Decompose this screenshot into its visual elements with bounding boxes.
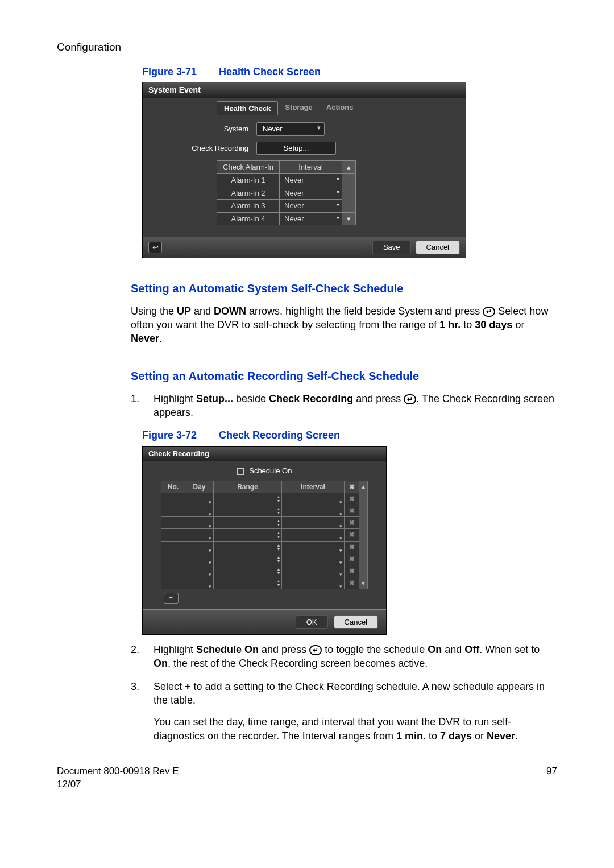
alarm-name: Alarm-In 3: [217, 200, 280, 213]
delete-icon[interactable]: ✖: [345, 493, 359, 505]
interval-dropdown[interactable]: [282, 553, 345, 565]
col-delete: ✖: [345, 481, 359, 493]
tab-health-check[interactable]: Health Check: [217, 101, 278, 116]
col-interval: Interval: [280, 161, 342, 174]
page-number: 97: [546, 765, 557, 791]
col-range: Range: [214, 481, 282, 493]
interval-dropdown[interactable]: [282, 517, 345, 529]
interval-dropdown[interactable]: [282, 541, 345, 553]
table-row: Alarm-In 2 Never: [217, 187, 356, 200]
col-no: No.: [161, 481, 185, 493]
step-number: 2.: [131, 643, 143, 671]
tab-storage[interactable]: Storage: [278, 101, 319, 115]
range-spinner[interactable]: [214, 517, 282, 529]
cancel-button[interactable]: Cancel: [334, 615, 378, 629]
table-row: ✖: [161, 493, 368, 505]
figure-number: Figure 3-72: [142, 428, 216, 442]
step-number: 3.: [131, 680, 143, 743]
table-row: ✖: [161, 517, 368, 529]
setup-button[interactable]: Setup...: [256, 142, 336, 155]
scroll-up-icon[interactable]: ▴: [359, 481, 368, 493]
day-dropdown[interactable]: [185, 541, 214, 553]
ok-button[interactable]: OK: [296, 615, 328, 629]
heading-system-self-check: Setting an Automatic System Self-Check S…: [131, 281, 557, 296]
page-footer: Document 800-00918 Rev E 12/07 97: [57, 760, 557, 791]
check-recording-screen: Check Recording Schedule On No. Day Rang…: [142, 446, 387, 635]
delete-icon[interactable]: ✖: [345, 541, 359, 553]
interval-dropdown[interactable]: [282, 505, 345, 517]
table-row: ✖: [161, 529, 368, 541]
interval-dropdown[interactable]: [282, 565, 345, 577]
section-header: Configuration: [57, 40, 557, 55]
range-spinner[interactable]: [214, 505, 282, 517]
doc-id: Document 800-00918 Rev E: [57, 765, 546, 778]
tab-actions[interactable]: Actions: [320, 101, 360, 115]
delete-icon[interactable]: ✖: [345, 565, 359, 577]
delete-icon[interactable]: ✖: [345, 529, 359, 541]
heading-recording-self-check: Setting an Automatic Recording Self-Chec…: [131, 369, 557, 384]
day-dropdown[interactable]: [185, 505, 214, 517]
range-spinner[interactable]: [214, 529, 282, 541]
delete-icon[interactable]: ✖: [345, 517, 359, 529]
scroll-up-icon[interactable]: ▴: [342, 161, 356, 174]
interval-dropdown[interactable]: [282, 577, 345, 589]
delete-icon[interactable]: ✖: [345, 505, 359, 517]
range-spinner[interactable]: [214, 553, 282, 565]
day-dropdown[interactable]: [185, 553, 214, 565]
interval-dropdown[interactable]: [282, 493, 345, 505]
day-dropdown[interactable]: [185, 529, 214, 541]
table-row: ✖: [161, 565, 368, 577]
alarm-name: Alarm-In 1: [217, 174, 280, 187]
range-spinner[interactable]: [214, 577, 282, 589]
alarm-name: Alarm-In 4: [217, 212, 280, 225]
back-icon[interactable]: ↩: [148, 242, 162, 253]
interval-dropdown[interactable]: Never: [280, 187, 342, 200]
scrollbar-track[interactable]: [342, 174, 356, 213]
step-2: 2. Highlight Schedule On and press ↵ to …: [131, 643, 557, 671]
alarm-name: Alarm-In 2: [217, 187, 280, 200]
range-spinner[interactable]: [214, 541, 282, 553]
interval-dropdown[interactable]: Never: [280, 200, 342, 213]
alarm-table: Check Alarm-In Interval ▴ Alarm-In 1 Nev…: [217, 160, 356, 225]
col-interval: Interval: [282, 481, 345, 493]
scroll-down-icon[interactable]: ▾: [359, 577, 368, 589]
system-label: System: [160, 124, 256, 134]
window-title: Check Recording: [143, 447, 386, 462]
figure-title: Health Check Screen: [219, 66, 321, 77]
step-number: 1.: [131, 392, 143, 420]
interval-dropdown[interactable]: Never: [280, 212, 342, 225]
interval-dropdown[interactable]: [282, 529, 345, 541]
schedule-table: No. Day Range Interval ✖ ▴ ✖ ✖ ✖ ✖ ✖ ✖ ✖…: [161, 481, 368, 605]
table-row: Alarm-In 3 Never: [217, 200, 356, 213]
scroll-down-icon[interactable]: ▾: [342, 212, 356, 225]
window-title: System Event: [143, 82, 466, 98]
scrollbar-track[interactable]: [359, 493, 368, 577]
col-check-alarm-in: Check Alarm-In: [217, 161, 280, 174]
table-row: ✖: [161, 541, 368, 553]
doc-date: 12/07: [57, 778, 546, 791]
col-day: Day: [185, 481, 214, 493]
figure-title: Check Recording Screen: [219, 429, 340, 441]
check-recording-label: Check Recording: [160, 143, 256, 154]
enter-icon: ↵: [404, 394, 416, 404]
delete-icon[interactable]: ✖: [345, 577, 359, 589]
interval-dropdown[interactable]: Never: [280, 174, 342, 187]
system-dropdown[interactable]: Never: [256, 122, 325, 136]
save-button[interactable]: Save: [372, 241, 411, 254]
day-dropdown[interactable]: [185, 577, 214, 589]
schedule-on-row: Schedule On: [143, 461, 386, 481]
cancel-button[interactable]: Cancel: [416, 241, 460, 254]
figure-number: Figure 3-71: [142, 65, 216, 78]
range-spinner[interactable]: [214, 565, 282, 577]
table-row: ✖: [161, 505, 368, 517]
table-row: Alarm-In 1 Never: [217, 174, 356, 187]
day-dropdown[interactable]: [185, 565, 214, 577]
schedule-on-checkbox[interactable]: [237, 468, 244, 475]
range-spinner[interactable]: [214, 493, 282, 505]
paragraph: Using the UP and DOWN arrows, highlight …: [131, 304, 557, 346]
day-dropdown[interactable]: [185, 517, 214, 529]
day-dropdown[interactable]: [185, 493, 214, 505]
add-row-button[interactable]: +: [164, 593, 179, 603]
delete-icon[interactable]: ✖: [345, 553, 359, 565]
table-row: ✖▾: [161, 577, 368, 589]
